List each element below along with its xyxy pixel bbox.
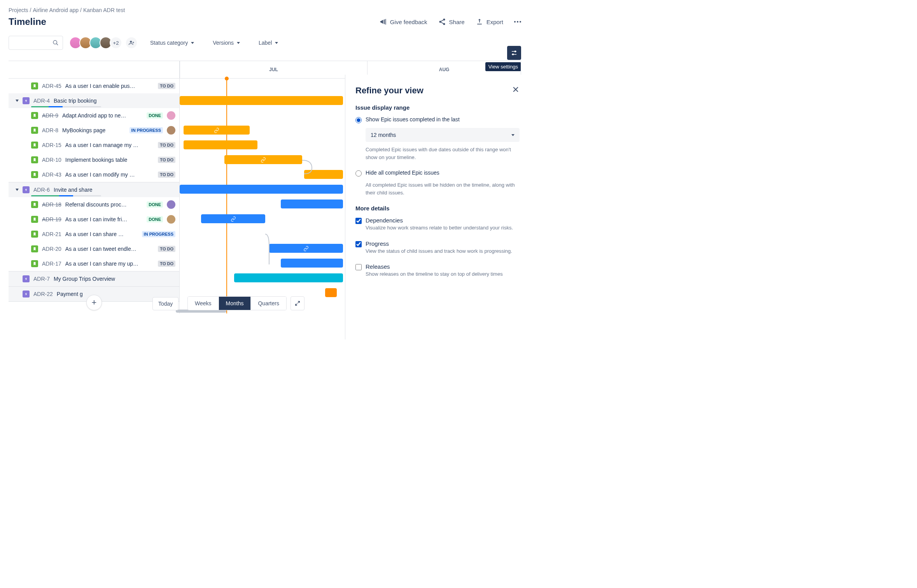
issue-row[interactable]: ADR-18 Referral discounts proc… DONE xyxy=(9,197,179,212)
more-actions-button[interactable] xyxy=(514,21,521,23)
status-badge: TO DO xyxy=(158,261,175,267)
assignee-avatar[interactable] xyxy=(167,111,175,120)
issue-key[interactable]: ADR-4 xyxy=(33,98,50,104)
epic-icon xyxy=(23,275,30,282)
breadcrumb: Projects / Airline Android app / Kanban … xyxy=(9,7,521,13)
progress-checkbox[interactable] xyxy=(355,241,362,247)
zoom-toggle: Weeks Months Quarters xyxy=(187,296,287,310)
expand-toggle[interactable] xyxy=(16,100,19,102)
issue-summary: Payment g xyxy=(57,291,175,297)
issue-key[interactable]: ADR-9 xyxy=(42,112,58,119)
story-icon xyxy=(31,112,38,119)
give-feedback-button[interactable]: Give feedback xyxy=(379,18,427,26)
label-filter[interactable]: Label xyxy=(257,37,280,48)
issue-key[interactable]: ADR-22 xyxy=(33,291,53,297)
hide-help-text: All completed Epic issues will be hidden… xyxy=(366,181,520,196)
issue-row[interactable]: ADR-9 Adapt Android app to ne… DONE xyxy=(9,108,179,123)
issue-key[interactable]: ADR-10 xyxy=(42,157,61,163)
dependencies-checkbox[interactable] xyxy=(355,218,362,224)
assignee-avatar[interactable] xyxy=(167,215,175,224)
issue-key[interactable]: ADR-17 xyxy=(42,261,61,267)
gantt-bar[interactable] xyxy=(234,273,343,282)
epic-row[interactable]: ADR-4 Basic trip booking xyxy=(9,93,179,108)
status-badge: DONE xyxy=(147,201,163,208)
breadcrumb-projects[interactable]: Projects xyxy=(9,7,28,13)
issue-summary: Adapt Android app to ne… xyxy=(62,112,143,119)
assignee-avatar[interactable] xyxy=(167,200,175,209)
issue-key[interactable]: ADR-19 xyxy=(42,216,61,222)
export-button[interactable]: Export xyxy=(476,18,503,26)
zoom-months[interactable]: Months xyxy=(219,297,251,310)
gantt-bar[interactable] xyxy=(304,170,343,179)
versions-filter[interactable]: Versions xyxy=(211,37,242,48)
issue-row[interactable]: ADR-17 As a user I can share my up… TO D… xyxy=(9,256,179,271)
issue-summary: As a user I can invite fri… xyxy=(65,216,143,222)
breadcrumb-project[interactable]: Airline Android app xyxy=(33,7,79,13)
status-badge: TO DO xyxy=(158,83,175,89)
gantt-bar[interactable] xyxy=(281,259,343,268)
svg-point-1 xyxy=(439,21,441,23)
issue-row[interactable]: ADR-10 Implement bookings table TO DO xyxy=(9,152,179,167)
issue-key[interactable]: ADR-43 xyxy=(42,172,61,178)
issue-row[interactable]: ADR-8 MyBookings page IN PROGRESS xyxy=(9,123,179,138)
svg-point-2 xyxy=(443,23,445,25)
releases-checkbox[interactable] xyxy=(355,264,362,270)
gantt-bar[interactable] xyxy=(224,155,302,164)
view-settings-button[interactable] xyxy=(507,46,521,60)
breadcrumb-board[interactable]: Kanban ADR test xyxy=(83,7,125,13)
status-badge: DONE xyxy=(147,216,163,222)
issue-key[interactable]: ADR-6 xyxy=(33,187,50,193)
releases-help: Show releases on the timeline to stay on… xyxy=(366,270,520,278)
gantt-bar[interactable] xyxy=(184,140,257,149)
story-icon xyxy=(31,142,38,149)
gantt-bar[interactable] xyxy=(201,214,265,223)
issue-row[interactable]: ADR-21 As a user I can share … IN PROGRE… xyxy=(9,227,179,242)
more-details-heading: More details xyxy=(355,205,520,212)
issue-row[interactable]: ADR-45 As a user I can enable pus… TO DO xyxy=(9,79,179,93)
close-panel-button[interactable] xyxy=(512,86,520,95)
progress-label: Progress xyxy=(366,240,389,247)
gantt-bar[interactable] xyxy=(180,185,343,194)
assignee-avatars: +2 xyxy=(69,37,138,49)
fullscreen-button[interactable] xyxy=(290,296,304,310)
issue-key[interactable]: ADR-21 xyxy=(42,231,61,237)
zoom-weeks[interactable]: Weeks xyxy=(188,297,219,310)
gantt-bar[interactable] xyxy=(180,96,343,105)
issue-row[interactable]: ADR-20 As a user I can tweet endle… TO D… xyxy=(9,242,179,256)
gantt-bar[interactable] xyxy=(269,244,343,253)
gantt-bar[interactable] xyxy=(184,126,250,135)
gantt-bar[interactable] xyxy=(281,200,343,208)
breadcrumb-sep: / xyxy=(80,7,82,13)
issue-key[interactable]: ADR-18 xyxy=(42,201,61,208)
issue-row[interactable]: ADR-43 As a user I can modify my … TO DO xyxy=(9,167,179,182)
issue-summary: Basic trip booking xyxy=(54,98,175,104)
gantt-bar[interactable] xyxy=(325,288,337,297)
epic-row[interactable]: ADR-6 Invite and share xyxy=(9,182,179,197)
add-assignee-button[interactable] xyxy=(125,37,138,49)
status-filter[interactable]: Status category xyxy=(149,37,196,48)
range-help-text: Completed Epic issues with due dates out… xyxy=(366,146,520,161)
search-input[interactable] xyxy=(9,36,63,50)
today-button[interactable]: Today xyxy=(152,297,178,310)
story-icon xyxy=(31,245,38,252)
issue-row[interactable]: ADR-19 As a user I can invite fri… DONE xyxy=(9,212,179,227)
issue-key[interactable]: ADR-45 xyxy=(42,83,61,89)
issue-key[interactable]: ADR-8 xyxy=(42,127,58,133)
share-button[interactable]: Share xyxy=(438,18,465,26)
epic-row[interactable]: ADR-7 My Group Trips Overview xyxy=(9,271,179,286)
zoom-quarters[interactable]: Quarters xyxy=(251,297,286,310)
issue-summary: Invite and share xyxy=(54,187,175,193)
show-completed-radio[interactable] xyxy=(355,117,362,123)
issue-row[interactable]: ADR-15 As a user I can manage my … TO DO xyxy=(9,138,179,152)
issue-key[interactable]: ADR-7 xyxy=(33,276,50,282)
issue-key[interactable]: ADR-15 xyxy=(42,142,61,148)
assignee-avatar[interactable] xyxy=(167,126,175,135)
expand-toggle[interactable] xyxy=(16,189,19,191)
hide-completed-radio[interactable] xyxy=(355,170,362,177)
hide-completed-label: Hide all completed Epic issues xyxy=(366,170,439,176)
add-issue-button[interactable]: + xyxy=(86,295,102,310)
completed-range-select[interactable]: 12 months xyxy=(366,128,520,142)
avatar-overflow[interactable]: +2 xyxy=(110,37,122,49)
issue-summary: As a user I can modify my … xyxy=(65,172,154,178)
issue-key[interactable]: ADR-20 xyxy=(42,246,61,252)
